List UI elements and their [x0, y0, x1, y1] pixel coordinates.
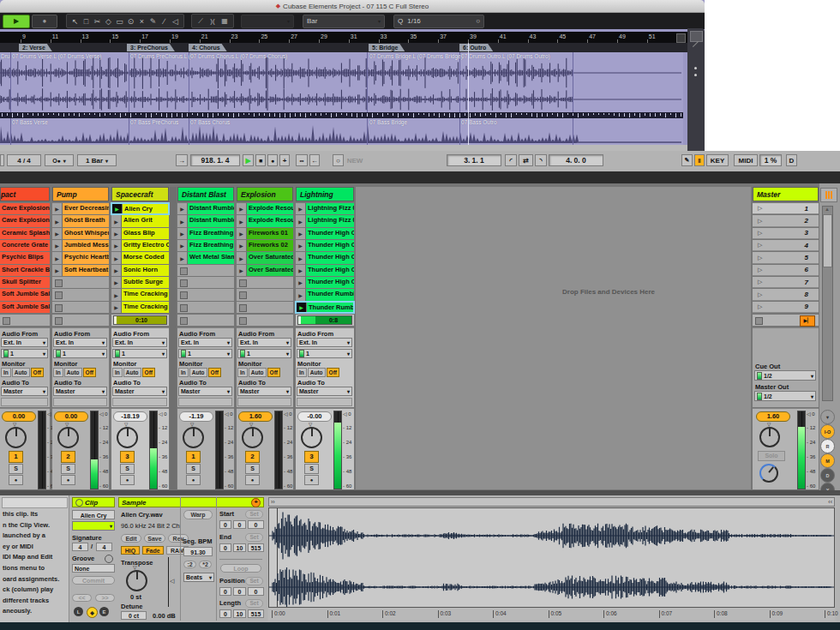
envelope-box-tab[interactable]: E [99, 607, 109, 616]
hiq-toggle[interactable]: HiQ [121, 546, 140, 555]
clip-slot[interactable]: Ceramic Splash [0, 228, 50, 239]
track-activator[interactable]: 1 [9, 451, 23, 463]
arrangement-position-display[interactable]: 918. 1. 4 [190, 154, 240, 166]
save-button[interactable]: Save [144, 534, 165, 543]
clip-slot[interactable]: ▶Jumbled Messa [52, 240, 109, 251]
clip-launch-button[interactable]: ▶ [111, 240, 122, 251]
clip-slot[interactable]: ▶Ghost Breath [52, 215, 109, 226]
cue-volume-knob[interactable] [759, 464, 778, 483]
clip-slot[interactable] [177, 265, 234, 276]
clip-stop-button[interactable] [180, 291, 188, 299]
scrollbar-dot[interactable] [694, 67, 697, 69]
clip-slot[interactable]: ▶Distant Rumble [177, 215, 234, 226]
length-set-button[interactable]: Set [245, 599, 263, 608]
hot-swap-icon[interactable]: + [251, 498, 261, 507]
volume-field[interactable]: 0.00 [54, 411, 88, 422]
length-value[interactable]: 10 [233, 609, 246, 618]
monitor-off-button[interactable]: Off [327, 368, 339, 377]
solo-button[interactable]: S [61, 464, 75, 474]
tool-icon-4[interactable]: ▭ [114, 17, 125, 26]
clip-slot[interactable]: ▶Thunder High C [296, 277, 354, 288]
clip-launch-button[interactable]: ▶ [177, 215, 188, 226]
input-channel-menu[interactable]: 1▾ [53, 349, 107, 358]
scene-slot-3[interactable]: ▷3 [753, 228, 819, 239]
monitor-in-button[interactable]: In [1, 368, 11, 377]
midi-map-button[interactable]: MIDI [734, 154, 758, 166]
clip-slot[interactable]: ▶Thunder High C [296, 228, 354, 239]
volume-field[interactable]: -1.19 [179, 411, 213, 422]
clip-launch-button[interactable]: ▶ [111, 277, 122, 288]
volume-field[interactable]: 1.60 [238, 411, 273, 422]
pan-knob[interactable] [759, 427, 780, 447]
monitor-in-button[interactable]: In [237, 368, 248, 377]
grid-type-dropdown[interactable]: ▾ [241, 15, 294, 28]
clip-slot[interactable]: ▶Gritty Electro Cr [111, 240, 169, 251]
session-scrollbar-thumb[interactable] [823, 214, 832, 267]
clip-stop-button[interactable] [239, 317, 247, 325]
clip-slot[interactable]: ▶Lightning Fizz 0 [296, 215, 354, 226]
quantize-box[interactable]: Q 1/16 ○ [393, 15, 484, 28]
volume-field[interactable]: 0.00 [2, 411, 36, 422]
detune-field[interactable]: 0 ct [121, 611, 147, 620]
clip-launch-button[interactable]: ▶ [296, 228, 306, 239]
marker-tag[interactable]: 4: Chorus [189, 44, 227, 51]
clip-stop-button[interactable] [180, 279, 188, 287]
end-value[interactable]: 515 [248, 543, 264, 552]
output-menu[interactable]: Master▾ [297, 387, 352, 396]
cubase-scroll-zone[interactable] [687, 28, 705, 151]
input-type-menu[interactable]: Ext. In▾ [237, 338, 291, 347]
edit-button[interactable]: Edit [121, 534, 141, 543]
returns-section-toggle[interactable]: R [820, 439, 835, 453]
half-tempo-button[interactable]: :2 [183, 561, 196, 568]
arm-button[interactable]: ● [186, 475, 201, 485]
end-value[interactable]: 10 [233, 543, 246, 552]
stop-all-clips-button[interactable] [755, 317, 763, 325]
scene-slot-6[interactable]: ▷6 [753, 265, 819, 276]
quantization-menu[interactable]: 1 Bar▾ [77, 154, 117, 166]
length-value[interactable]: 0 [219, 609, 231, 618]
marker-tag[interactable]: 2: Verse [19, 44, 52, 51]
seg-bpm-field[interactable]: 91.30 [183, 547, 213, 556]
clip-stop-button[interactable] [55, 317, 63, 325]
clip-slot[interactable]: ▶Fizz Breathing 0 [177, 240, 234, 251]
clip-slot[interactable]: Short Crackle B [0, 265, 50, 276]
clip-launch-button[interactable]: ▶ [52, 228, 63, 239]
cubase-timeline-ruler[interactable]: 9111315171921232527293133353739414345474… [0, 32, 687, 43]
tool-icon-8[interactable]: ∕ [159, 17, 170, 26]
volume-field[interactable]: 1.60 [756, 411, 790, 422]
clip-slot[interactable]: ▶Alien Grit [111, 215, 169, 226]
key-map-button[interactable]: KEY [706, 154, 729, 166]
groove-chooser[interactable]: None [72, 564, 115, 573]
monitor-off-button[interactable]: Off [31, 368, 44, 377]
start-set-button[interactable]: Set [245, 510, 263, 519]
cubase-titlebar[interactable]: ◆ Cubase Elements Project - 07 115 C Ful… [0, 0, 705, 13]
gain-slider-handle-icon[interactable]: ◁ [170, 578, 174, 585]
solo-button[interactable]: S [120, 464, 135, 474]
clip-stop-row[interactable] [237, 315, 293, 326]
warp-button[interactable]: Warp [183, 510, 213, 519]
clip-activator-icon[interactable] [75, 499, 83, 507]
clip-slot[interactable]: Soft Jumble Sal [0, 302, 50, 313]
follow-button[interactable]: ‖ [694, 154, 705, 166]
pan-knob[interactable] [117, 427, 138, 448]
sample-display[interactable]: ›› ‹‹ 0:000:010:020:030:040:050:060:070:… [267, 495, 837, 622]
clip-launch-button[interactable]: ▶ [296, 289, 306, 300]
marker-tag[interactable]: 5: Bridge [369, 44, 405, 51]
volume-field[interactable]: -18.19 [113, 411, 147, 422]
input-channel-menu[interactable]: 1▾ [1, 349, 48, 358]
scene-slot-7[interactable]: ▷7 [753, 277, 819, 288]
track-header-lightning[interactable]: Lightning [296, 187, 354, 201]
input-channel-menu[interactable]: 1▾ [297, 349, 352, 358]
clip-launch-button[interactable]: ▶ [111, 252, 122, 263]
tool-icon-3[interactable]: ◇ [103, 17, 114, 26]
clip-slot[interactable] [177, 277, 234, 288]
clip-launch-button[interactable]: ▶ [237, 215, 247, 226]
ruler-end-button[interactable] [676, 33, 686, 43]
spare-chooser[interactable] [112, 398, 167, 406]
cubase-bass-track[interactable]: 07 Bass Verse07 Bass PreChorus07 Bass Ch… [0, 118, 683, 145]
prev-clip-button[interactable]: << [72, 594, 92, 602]
clip-slot[interactable]: Cave Explosion [0, 203, 50, 214]
output-menu[interactable]: Master▾ [237, 387, 291, 396]
clip-launch-button[interactable]: ▶ [52, 240, 63, 251]
clip-slot[interactable] [177, 302, 234, 313]
